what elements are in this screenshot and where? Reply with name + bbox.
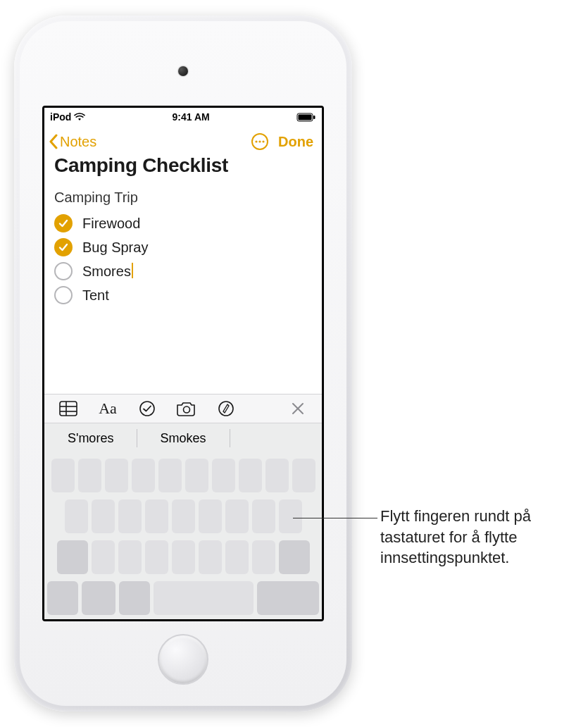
svg-rect-2 <box>313 116 315 119</box>
screen-bezel: iPod 9:41 AM <box>42 106 324 621</box>
close-toolbar-icon[interactable] <box>278 402 318 416</box>
back-button[interactable]: Notes <box>49 134 96 150</box>
checklist-item[interactable]: Bug Spray <box>54 235 312 259</box>
status-time: 9:41 AM <box>85 111 296 123</box>
home-button[interactable] <box>158 634 208 685</box>
back-label: Notes <box>60 134 96 150</box>
quicktype-suggestion[interactable] <box>230 423 322 453</box>
note-subtitle[interactable]: Camping Trip <box>54 189 312 206</box>
svg-point-12 <box>184 406 190 413</box>
chevron-left-icon <box>49 134 58 149</box>
camera-tool-icon[interactable] <box>167 401 206 416</box>
format-toolbar: Aa <box>44 394 322 423</box>
checklist-item[interactable]: Tent <box>54 283 312 307</box>
nav-bar: Notes Done <box>44 126 322 157</box>
checkbox-checked-icon[interactable] <box>54 214 73 232</box>
quicktype-bar: S'mores Smokes <box>44 423 322 453</box>
checkbox-checked-icon[interactable] <box>54 238 73 256</box>
checkbox-unchecked-icon[interactable] <box>54 286 73 304</box>
status-bar: iPod 9:41 AM <box>44 108 322 126</box>
svg-point-6 <box>262 140 264 142</box>
svg-rect-7 <box>60 402 77 416</box>
checkbox-unchecked-icon[interactable] <box>54 262 73 280</box>
table-tool-icon[interactable] <box>49 401 88 416</box>
battery-icon <box>296 113 316 122</box>
ipod-frame: iPod 9:41 AM <box>14 15 352 712</box>
note-body[interactable]: Camping Checklist Camping Trip FirewoodB… <box>44 157 322 394</box>
text-format-tool-icon[interactable]: Aa <box>88 399 127 418</box>
status-left: iPod <box>50 111 85 123</box>
text-cursor <box>132 263 133 278</box>
carrier-label: iPod <box>50 111 71 123</box>
checklist-item-label[interactable]: Tent <box>82 287 109 304</box>
checklist-item-label[interactable]: Smores <box>82 263 133 280</box>
checklist-item-label[interactable]: Firewood <box>82 216 140 232</box>
checklist-item-label[interactable]: Bug Spray <box>82 240 148 256</box>
svg-point-4 <box>255 140 257 142</box>
screen: iPod 9:41 AM <box>44 108 322 619</box>
checklist-item[interactable]: Smores <box>54 259 312 283</box>
svg-rect-1 <box>299 114 312 120</box>
wifi-icon <box>74 113 85 121</box>
callout-leader-line <box>293 518 377 518</box>
svg-point-13 <box>219 402 233 416</box>
checklist[interactable]: FirewoodBug SpraySmoresTent <box>54 211 312 307</box>
checklist-tool-icon[interactable] <box>127 400 167 417</box>
note-title[interactable]: Camping Checklist <box>54 157 312 177</box>
keyboard-trackpad[interactable] <box>44 453 322 619</box>
quicktype-suggestion[interactable]: Smokes <box>137 423 229 453</box>
more-button[interactable] <box>250 132 270 151</box>
svg-point-11 <box>140 402 154 416</box>
markup-tool-icon[interactable] <box>206 400 246 417</box>
svg-point-5 <box>258 140 261 142</box>
checklist-item[interactable]: Firewood <box>54 211 312 235</box>
front-camera <box>178 66 188 76</box>
callout-text: Flytt fingeren rundt på tastaturet for å… <box>380 506 577 568</box>
done-button[interactable]: Done <box>278 134 318 150</box>
quicktype-suggestion[interactable]: S'mores <box>44 423 137 453</box>
